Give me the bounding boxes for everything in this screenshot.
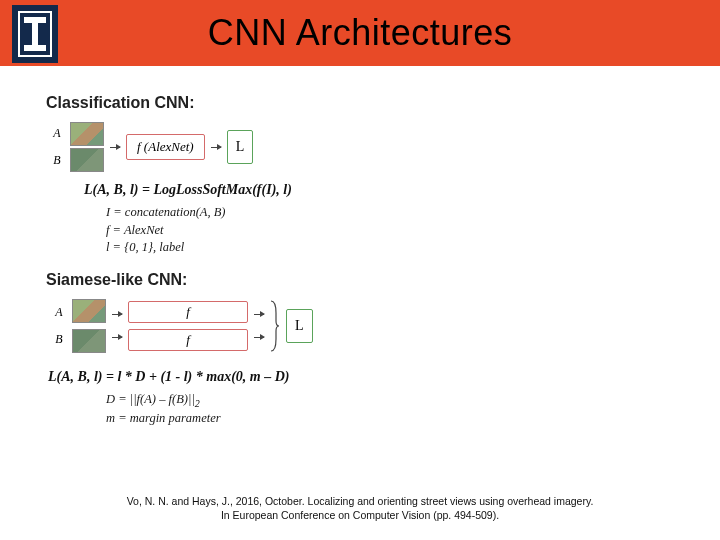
arrow-icon [112, 314, 122, 315]
input-labels: A B [54, 305, 66, 347]
letter-i-icon [28, 17, 42, 51]
logo-frame [18, 11, 52, 57]
arrow-icon [254, 337, 264, 338]
label-a: A [52, 126, 62, 141]
slide-body: Classification CNN: A B f (AlexNet) L L(… [0, 66, 720, 428]
thumb-streetview [70, 122, 104, 146]
loss-block: L [227, 130, 254, 164]
label-a: A [54, 305, 64, 320]
section2-title: Siamese-like CNN: [46, 271, 674, 289]
citation-line1: Vo, N. N. and Hays, J., 2016, October. L… [0, 494, 720, 508]
f-block-bottom: f [128, 329, 248, 351]
arrow-icon [254, 314, 264, 315]
thumb-streetview [72, 299, 106, 323]
arrow-column [112, 314, 122, 338]
formula-sub-f: f = AlexNet [106, 222, 674, 240]
f-blocks: f f [128, 301, 248, 351]
formula-sub-i: I = concatenation(A, B) [106, 204, 674, 222]
formula-sub-l: l = {0, 1}, label [106, 239, 674, 257]
siamese-loss-formula: L(A, B, l) = l * D + (1 - l) * max(0, m … [48, 369, 674, 385]
input-thumbs [72, 299, 106, 353]
f-block-top: f [128, 301, 248, 323]
siamese-diagram: A B f f [54, 299, 674, 353]
title-bar: CNN Architectures [0, 0, 720, 66]
arrow-icon [112, 337, 122, 338]
arrow-icon [110, 147, 120, 148]
d-expr: D = ||f(A) – f(B)|| [106, 392, 195, 406]
merge-brace-icon [270, 299, 280, 353]
input-thumbs [70, 122, 104, 172]
classification-loss-formula: L(A, B, l) = LogLossSoftMax(f(I), l) [84, 182, 674, 198]
section1-title: Classification CNN: [46, 94, 674, 112]
slide-title: CNN Architectures [58, 12, 662, 54]
classification-diagram: A B f (AlexNet) L [52, 122, 674, 172]
citation-line2: In European Conference on Computer Visio… [0, 508, 720, 522]
formula-sub-d: D = ||f(A) – f(B)||2 [106, 391, 674, 411]
d-norm: 2 [195, 397, 200, 408]
illinois-logo [12, 5, 58, 63]
label-b: B [52, 153, 62, 168]
slide-root: CNN Architectures Classification CNN: A … [0, 0, 720, 540]
formula-sub-m: m = margin parameter [106, 410, 674, 428]
thumb-overhead [70, 148, 104, 172]
arrow-icon [211, 147, 221, 148]
loss-block: L [286, 309, 313, 343]
alexnet-block: f (AlexNet) [126, 134, 205, 160]
citation: Vo, N. N. and Hays, J., 2016, October. L… [0, 494, 720, 522]
arrow-column [254, 314, 264, 338]
input-labels: A B [52, 126, 64, 168]
label-b: B [54, 332, 64, 347]
thumb-overhead [72, 329, 106, 353]
